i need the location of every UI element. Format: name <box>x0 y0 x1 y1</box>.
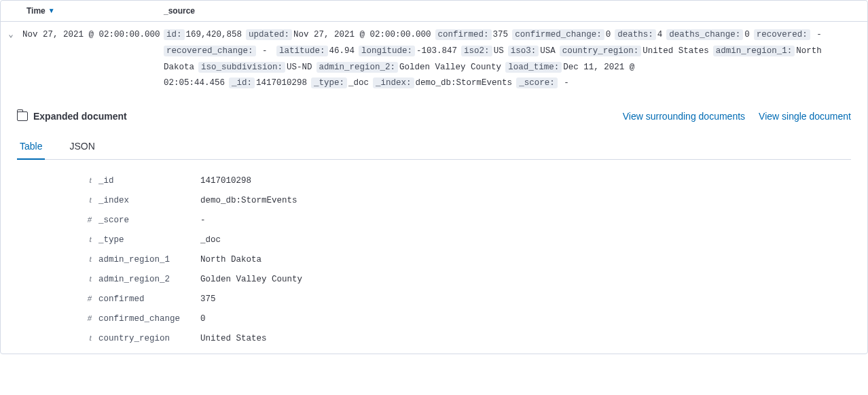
field-type-icon: t <box>17 274 98 284</box>
field-type-icon: t <box>17 175 98 186</box>
source-key: load_time: <box>505 62 562 73</box>
field-row: #confirmed_change0 <box>17 309 851 328</box>
source-key: _type: <box>311 78 347 88</box>
view-surrounding-link[interactable]: View surrounding documents <box>623 111 745 122</box>
source-value: 375 <box>493 30 509 39</box>
field-row: t_type_doc <box>17 230 851 250</box>
header-row: Time ▼ _source <box>1 1 867 22</box>
field-name: _type <box>98 235 200 245</box>
field-name: confirmed_change <box>98 314 200 324</box>
source-value: USA <box>540 46 556 56</box>
source-value: 0 <box>606 30 611 39</box>
sort-descending-icon: ▼ <box>48 7 55 14</box>
field-value: - <box>200 216 851 225</box>
source-key: longitude: <box>359 46 415 56</box>
field-value: United States <box>200 334 851 343</box>
source-value: - <box>559 78 569 88</box>
field-row: tcountry_regionUnited States <box>17 328 851 348</box>
source-value: -103.847 <box>416 46 457 56</box>
field-value: Golden Valley County <box>200 275 851 284</box>
source-value: 4 <box>657 30 663 39</box>
source-value: - <box>812 30 822 39</box>
expanded-header: Expanded document View surrounding docum… <box>17 111 851 122</box>
row-collapse-toggle[interactable]: ⌄ <box>1 27 21 92</box>
field-name: country_region <box>98 334 200 343</box>
source-key: recovered_change: <box>164 46 256 56</box>
source-column-label: _source <box>164 6 195 16</box>
source-value: United States <box>643 46 709 56</box>
source-key: recovered: <box>754 29 810 40</box>
source-key: deaths: <box>615 29 656 40</box>
tab-table[interactable]: Table <box>17 134 45 160</box>
source-key: _id: <box>229 78 255 88</box>
source-key: iso3: <box>508 46 539 56</box>
folder-open-icon <box>17 111 28 121</box>
source-value: 46.94 <box>329 46 355 56</box>
source-key: admin_region_1: <box>713 46 795 56</box>
source-key: deaths_change: <box>666 29 743 40</box>
field-name: confirmed <box>98 294 200 304</box>
chevron-down-icon: ⌄ <box>8 30 14 39</box>
source-value: Golden Valley County <box>399 63 501 72</box>
source-value: US-ND <box>287 63 312 72</box>
field-name: _score <box>98 216 200 225</box>
expanded-title: Expanded document <box>17 111 127 122</box>
field-value: North Dakota <box>200 255 851 264</box>
field-name: _id <box>98 176 200 186</box>
source-key: latitude: <box>276 46 328 56</box>
source-key: confirmed_change: <box>512 29 604 40</box>
field-value: _doc <box>200 235 851 245</box>
field-type-icon: # <box>17 215 98 225</box>
expanded-title-text: Expanded document <box>33 111 127 122</box>
source-key: id: <box>164 29 185 40</box>
source-key: country_region: <box>560 46 642 56</box>
source-value: US <box>494 46 504 56</box>
field-value: 375 <box>200 294 851 304</box>
field-row: t_indexdemo_db:StormEvents <box>17 190 851 210</box>
source-key: iso_subdivision: <box>198 62 285 73</box>
field-type-icon: t <box>17 333 98 343</box>
field-value: demo_db:StormEvents <box>200 196 851 205</box>
expanded-document: Expanded document View surrounding docum… <box>1 100 867 354</box>
source-key: _index: <box>373 78 414 88</box>
view-single-link[interactable]: View single document <box>759 111 851 122</box>
source-value: demo_db:StormEvents <box>416 78 513 88</box>
source-value: 0 <box>744 30 750 39</box>
field-row: t_id1417010298 <box>17 171 851 190</box>
source-value: - <box>257 46 273 56</box>
row-source-value: id:169,420,858updated:Nov 27, 2021 @ 02:… <box>164 27 867 92</box>
field-row: tadmin_region_1North Dakota <box>17 250 851 269</box>
source-key: admin_region_2: <box>317 62 399 73</box>
field-value: 0 <box>200 314 851 324</box>
field-type-icon: t <box>17 195 98 205</box>
field-row: #_score - <box>17 210 851 230</box>
source-key: confirmed: <box>435 29 492 40</box>
source-value: 1417010298 <box>256 78 307 88</box>
field-name: _index <box>98 196 200 205</box>
time-column-header[interactable]: Time ▼ <box>21 6 164 16</box>
field-value: 1417010298 <box>200 176 851 186</box>
results-panel: Time ▼ _source ⌄ Nov 27, 2021 @ 02:00:00… <box>0 0 868 354</box>
field-name: admin_region_2 <box>98 275 200 284</box>
field-type-icon: # <box>17 313 98 324</box>
field-row: #confirmed375 <box>17 289 851 309</box>
tab-json[interactable]: JSON <box>67 134 97 160</box>
field-row: tadmin_region_2Golden Valley County <box>17 269 851 289</box>
source-key: iso2: <box>461 46 492 56</box>
table-row: ⌄ Nov 27, 2021 @ 02:00:00.000 id:169,420… <box>1 22 867 100</box>
field-table: t_id1417010298t_indexdemo_db:StormEvents… <box>17 171 851 348</box>
expand-header <box>1 6 21 16</box>
field-type-icon: t <box>17 235 98 245</box>
source-key: updated: <box>246 29 292 40</box>
source-value: 169,420,858 <box>186 30 242 39</box>
field-type-icon: # <box>17 294 98 304</box>
source-key: _score: <box>516 78 558 88</box>
detail-tabs: Table JSON <box>17 134 851 160</box>
field-name: admin_region_1 <box>98 255 200 264</box>
time-column-label: Time <box>26 6 46 16</box>
expanded-links: View surrounding documents View single d… <box>623 111 851 122</box>
source-column-header[interactable]: _source <box>164 6 867 16</box>
row-time-value: Nov 27, 2021 @ 02:00:00.000 <box>21 27 164 92</box>
field-type-icon: t <box>17 254 98 264</box>
source-value: Nov 27, 2021 @ 02:00:00.000 <box>293 30 431 39</box>
